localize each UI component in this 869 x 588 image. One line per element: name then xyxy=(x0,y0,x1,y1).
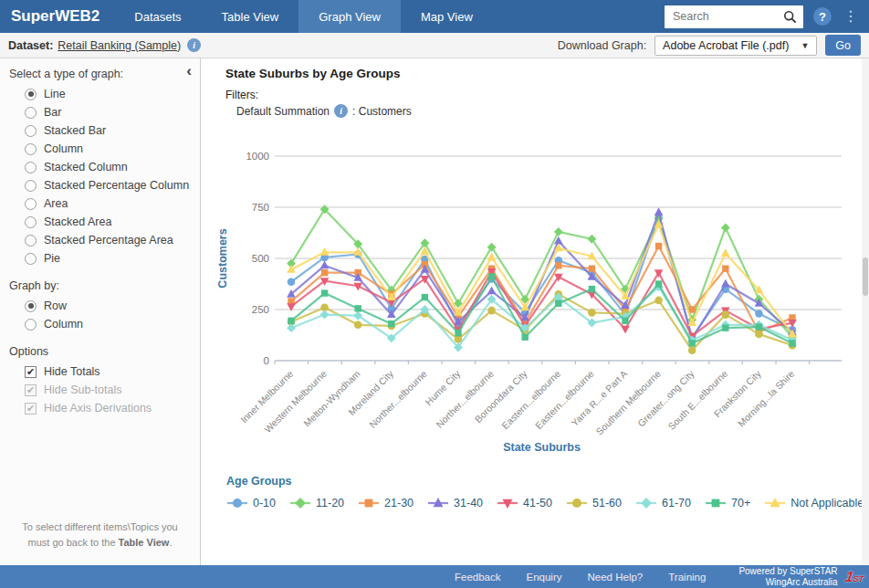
app-logo: SuperWEB2 xyxy=(0,0,114,33)
graph-type-label: Column xyxy=(44,142,83,155)
radio-icon[interactable] xyxy=(25,125,37,137)
radio-icon[interactable] xyxy=(25,162,37,173)
legend-item-not-applicable[interactable]: Not Applicable xyxy=(764,497,864,509)
radio-icon[interactable] xyxy=(25,180,37,192)
sidebar-collapse-icon[interactable]: ‹ xyxy=(186,64,192,78)
graph-type-pie[interactable]: Pie xyxy=(25,252,200,265)
radio-icon[interactable] xyxy=(25,89,37,100)
graph-type-bar[interactable]: Bar xyxy=(25,106,200,119)
y-axis-title: Customers xyxy=(216,228,229,288)
legend-label: 21-30 xyxy=(384,497,414,509)
tab-map-view[interactable]: Map View xyxy=(401,0,493,33)
radio-icon[interactable] xyxy=(25,235,37,247)
footer-link-training[interactable]: Training xyxy=(668,572,706,583)
graph-type-stacked-area[interactable]: Stacked Area xyxy=(25,215,200,228)
search-input[interactable] xyxy=(671,9,783,24)
tab-datasets[interactable]: Datasets xyxy=(114,0,201,33)
scrollbar-thumb[interactable] xyxy=(863,257,868,296)
graph-type-area[interactable]: Area xyxy=(25,197,200,210)
legend-item-51-60[interactable]: 51-60 xyxy=(566,497,622,509)
square-marker-icon xyxy=(705,497,727,509)
option-label: Hide Totals xyxy=(44,365,100,378)
footer-link-enquiry[interactable]: Enquiry xyxy=(527,572,562,583)
graph-type-label: Stacked Column xyxy=(44,161,128,173)
graph-type-label: Stacked Percentage Column xyxy=(44,179,189,192)
radio-icon[interactable] xyxy=(25,300,37,312)
graph-by-row[interactable]: Row xyxy=(25,299,200,312)
menu-dots-icon[interactable]: ⋮ xyxy=(842,9,860,24)
powered-line1: Powered by SuperSTAR xyxy=(738,566,837,577)
powered-by-text: Powered by SuperSTAR WingArc Australia xyxy=(738,566,837,588)
y-tick-label: 1000 xyxy=(246,151,269,162)
radio-icon[interactable] xyxy=(25,319,37,331)
graph-type-line[interactable]: Line xyxy=(25,88,200,100)
legend-label: 31-40 xyxy=(454,497,483,509)
y-tick-label: 0 xyxy=(264,355,269,366)
x-category-label: Southern Melbourne xyxy=(593,368,663,437)
graph-by-column[interactable]: Column xyxy=(25,318,200,331)
graph-by-label: Column xyxy=(44,318,83,331)
checkbox-icon xyxy=(25,403,37,415)
legend-item-31-40[interactable]: 31-40 xyxy=(427,497,483,509)
summation-info-icon[interactable]: i xyxy=(334,104,348,118)
diamond-marker-icon xyxy=(289,497,311,509)
options-list: Hide TotalsHide Sub-totalsHide Axis Deri… xyxy=(25,365,200,415)
help-icon[interactable]: ? xyxy=(813,7,832,26)
radio-icon[interactable] xyxy=(25,107,37,119)
graph-type-label: Pie xyxy=(44,252,60,265)
legend-item-0-10[interactable]: 0-10 xyxy=(226,497,276,509)
graph-by-title: Graph by: xyxy=(0,279,200,292)
footer-link-feedback[interactable]: Feedback xyxy=(455,572,501,583)
filter-line: Default Summation i : Customers xyxy=(236,104,412,118)
footer-links: FeedbackEnquiryNeed Help?Training xyxy=(455,572,706,583)
graph-type-column[interactable]: Column xyxy=(25,142,200,155)
x-category-label: Greater...ong City xyxy=(635,367,696,428)
powered-line2: WingArc Australia xyxy=(738,577,837,588)
dataset-link[interactable]: Retail Banking (Sample) xyxy=(58,39,181,52)
graph-type-stacked-percentage-column[interactable]: Stacked Percentage Column xyxy=(25,179,200,192)
radio-icon[interactable] xyxy=(25,143,37,155)
vertical-scrollbar[interactable] xyxy=(862,58,869,565)
legend-item-21-30[interactable]: 21-30 xyxy=(358,497,414,509)
top-right-controls: ? ⋮ xyxy=(665,0,869,33)
search-icon[interactable] xyxy=(783,10,797,24)
go-button[interactable]: Go xyxy=(825,35,861,56)
legend-item-41-50[interactable]: 41-50 xyxy=(497,497,552,509)
circle-marker-icon xyxy=(226,497,248,509)
graph-view-panel: State Suburbs by Age Groups Filters: Def… xyxy=(201,58,869,565)
sidebar: ‹ Select a type of graph: LineBarStacked… xyxy=(0,58,201,565)
x-category-label: South E...elbourne xyxy=(665,368,729,432)
dataset-info-icon[interactable]: i xyxy=(187,38,201,52)
checkbox-icon xyxy=(25,384,37,396)
graph-type-stacked-percentage-area[interactable]: Stacked Percentage Area xyxy=(25,234,200,247)
x-category-label: Western Melbourne xyxy=(262,368,329,435)
legend-label: 11-20 xyxy=(316,497,344,509)
search-box[interactable] xyxy=(665,5,803,28)
legend-label: 0-10 xyxy=(253,497,276,509)
option-hide-totals[interactable]: Hide Totals xyxy=(25,365,200,378)
radio-icon[interactable] xyxy=(25,198,37,210)
x-category-label: Eastern...elbourne xyxy=(533,368,596,431)
circle-marker-icon xyxy=(566,497,588,509)
sidebar-note-suffix: . xyxy=(169,537,172,548)
graph-type-stacked-bar[interactable]: Stacked Bar xyxy=(25,124,200,137)
download-format-select[interactable]: Adobe Acrobat File (.pdf) ▼ xyxy=(654,36,817,56)
footer-link-need-help[interactable]: Need Help? xyxy=(588,572,644,583)
radio-icon[interactable] xyxy=(25,216,37,228)
checkbox-icon[interactable] xyxy=(25,366,37,378)
legend-item-70+[interactable]: 70+ xyxy=(705,497,750,509)
tab-table-view[interactable]: Table View xyxy=(202,0,299,33)
graph-type-label: Bar xyxy=(44,106,61,119)
tab-graph-view[interactable]: Graph View xyxy=(298,0,401,33)
option-label: Hide Axis Derivations xyxy=(44,402,152,415)
graph-type-stacked-column[interactable]: Stacked Column xyxy=(25,161,200,173)
legend-item-11-20[interactable]: 11-20 xyxy=(289,497,344,509)
legend-title: Age Groups xyxy=(226,475,864,488)
graph-type-title: Select a type of graph: xyxy=(0,68,200,80)
download-graph-label: Download Graph: xyxy=(558,39,646,52)
graph-type-label: Area xyxy=(44,197,68,210)
first-logo: 1ST xyxy=(843,569,864,585)
radio-icon[interactable] xyxy=(25,253,37,265)
legend-item-61-70[interactable]: 61-70 xyxy=(635,497,691,509)
option-hide-axis-derivations: Hide Axis Derivations xyxy=(25,402,200,415)
